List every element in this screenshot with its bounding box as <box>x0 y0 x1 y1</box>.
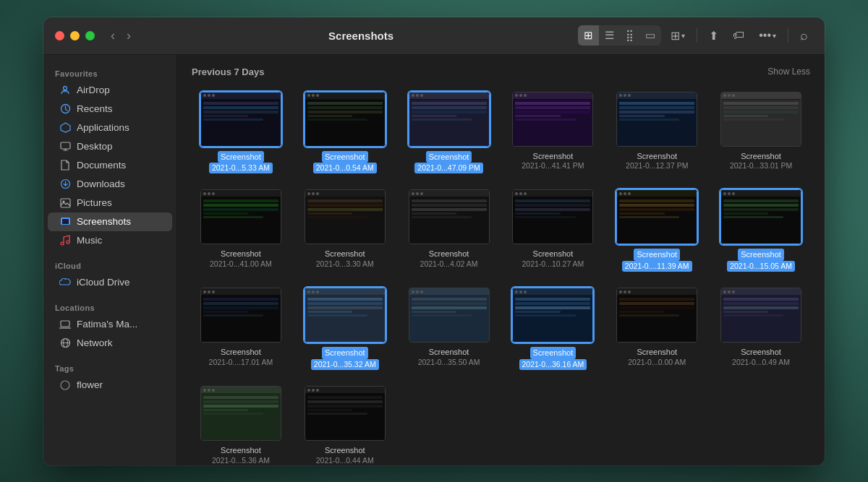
view-list-button[interactable]: ☰ <box>599 25 620 46</box>
locations-label: Locations <box>43 298 176 315</box>
sidebar-item-network[interactable]: Network <box>48 334 172 353</box>
svg-point-8 <box>61 242 64 245</box>
file-item[interactable]: Screenshot2021-0...35.50 AM <box>400 283 498 374</box>
clock-icon <box>59 103 71 115</box>
window-title: Screenshots <box>144 30 578 42</box>
file-label: Screenshot2021-0...35.50 AM <box>418 347 480 367</box>
share-button[interactable]: ⬆ <box>704 25 723 46</box>
file-date: 2021-0...5.33 AM <box>209 163 273 174</box>
sidebar-item-recents[interactable]: Recents <box>48 100 172 119</box>
file-item[interactable]: Screenshot2021-0...15.05 AM <box>712 185 810 276</box>
file-label: Screenshot2021-0...35.32 AM <box>305 347 386 370</box>
svg-rect-4 <box>61 199 70 207</box>
sidebar-item-music[interactable]: Music <box>48 231 172 250</box>
sidebar-item-screenshots[interactable]: Screenshots <box>48 212 172 231</box>
file-item[interactable]: Screenshot2021-0...4.02 AM <box>400 185 498 276</box>
file-item[interactable]: Screenshot2021-0...12.37 PM <box>608 87 706 178</box>
file-date: 2021-0...15.05 AM <box>727 261 795 272</box>
file-item[interactable]: Screenshot2021-0...10.27 AM <box>503 185 602 276</box>
file-name: Screenshot <box>322 151 368 163</box>
thumbnail <box>305 92 386 147</box>
minimize-button[interactable] <box>70 31 80 40</box>
file-item[interactable]: Screenshot2021-0...41.00 AM <box>192 185 290 276</box>
thumbnail <box>616 92 697 147</box>
file-item[interactable]: Screenshot2021-0...5.36 AM <box>192 382 290 465</box>
thumbnail <box>200 92 281 147</box>
view-gallery-button[interactable]: ▭ <box>639 25 661 46</box>
content-area: Favourites AirDrop Recents Applications <box>43 55 825 465</box>
file-label: Screenshot2021-0....11.39 AM <box>616 249 697 272</box>
svg-rect-2 <box>61 142 70 149</box>
sidebar-item-documents[interactable]: Documents <box>48 156 172 175</box>
file-item[interactable]: Screenshot2021-0...47.09 PM <box>400 87 498 178</box>
file-item[interactable]: Screenshot2021-0...33.01 PM <box>712 87 810 178</box>
title-bar: ‹ › Screenshots ⊞ ☰ ⣿ ▭ ⊞ ▾ ⬆ 🏷 ••• <box>43 17 825 55</box>
file-name: Screenshot <box>530 347 576 358</box>
view-more-button[interactable]: ⊞ ▾ <box>665 25 690 46</box>
sidebar-item-pictures[interactable]: Pictures <box>48 194 172 212</box>
music-icon <box>59 235 71 246</box>
file-date: 2021-0...0.44 AM <box>316 456 374 465</box>
tag-button[interactable]: 🏷 <box>728 25 749 46</box>
sidebar-item-label: Desktop <box>77 141 113 152</box>
file-date: 2021-0...3.30 AM <box>316 259 374 270</box>
search-button[interactable]: ⌕ <box>795 25 813 47</box>
file-name: Screenshot <box>626 151 688 161</box>
sidebar-item-airdrop[interactable]: AirDrop <box>48 81 172 100</box>
file-label: Screenshot2021-0...3.30 AM <box>316 249 374 269</box>
file-item[interactable]: Screenshot2021-0...0.44 AM <box>296 382 394 465</box>
file-name: Screenshot <box>316 445 374 455</box>
tag-circle-icon <box>59 379 71 391</box>
search-icon: ⌕ <box>800 28 808 43</box>
file-label: Screenshot2021-0....17.01 AM <box>209 347 273 367</box>
view-columns-button[interactable]: ⣿ <box>620 25 639 46</box>
thumbnail <box>200 386 281 441</box>
forward-button[interactable]: › <box>122 25 135 46</box>
file-label: Screenshot2021-0...5.33 AM <box>200 151 281 174</box>
file-name: Screenshot <box>322 347 368 358</box>
file-item[interactable]: Screenshot2021-0...3.30 AM <box>296 185 394 276</box>
sidebar-item-icloud-drive[interactable]: iCloud Drive <box>48 273 172 292</box>
file-item[interactable]: Screenshot2021-0...36.16 AM <box>503 283 602 374</box>
file-date: 2021-0...5.36 AM <box>212 456 270 465</box>
more-button[interactable]: ••• ▾ <box>754 25 781 46</box>
file-date: 2021-0...35.32 AM <box>311 359 379 371</box>
sidebar-item-desktop[interactable]: Desktop <box>48 137 172 156</box>
downloads-icon <box>59 178 71 190</box>
back-button[interactable]: ‹ <box>106 25 119 46</box>
view-icons-button[interactable]: ⊞ <box>578 25 599 46</box>
file-item[interactable]: Screenshot2021-0....11.39 AM <box>608 185 706 276</box>
file-item[interactable]: Screenshot2021-0...35.32 AM <box>296 283 394 374</box>
file-item[interactable]: Screenshot2021-0....17.01 AM <box>192 283 290 374</box>
file-label: Screenshot2021-0...36.16 AM <box>512 347 593 370</box>
sidebar-item-flower-tag[interactable]: flower <box>48 376 172 395</box>
maximize-button[interactable] <box>85 31 95 40</box>
thumbnail <box>200 288 281 343</box>
thumbnail <box>616 288 697 343</box>
file-item[interactable]: Screenshot2021-0...0.00 AM <box>608 283 706 374</box>
toolbar-actions: ⊞ ☰ ⣿ ▭ ⊞ ▾ ⬆ 🏷 ••• ▾ ⌕ <box>578 25 813 47</box>
thumbnail <box>409 288 490 343</box>
sidebar-item-downloads[interactable]: Downloads <box>48 175 172 194</box>
screenshots-icon <box>59 216 71 228</box>
file-label: Screenshot2021-0...15.05 AM <box>720 249 801 272</box>
file-item[interactable]: Screenshot2021-0...0.54 AM <box>296 87 394 178</box>
show-less-button[interactable]: Show Less <box>767 66 810 77</box>
file-item[interactable]: Screenshot2021-0...0.49 AM <box>712 283 810 374</box>
sidebar-item-fatimas-mac[interactable]: Fatima's Ma... <box>48 315 172 334</box>
file-item[interactable]: Screenshot2021-0...41.41 PM <box>503 87 602 178</box>
file-name: Screenshot <box>420 249 478 259</box>
file-name: Screenshot <box>634 249 680 260</box>
close-button[interactable] <box>55 31 64 40</box>
file-date: 2021-0...12.37 PM <box>626 161 688 171</box>
file-name: Screenshot <box>209 347 273 357</box>
file-item[interactable]: Screenshot2021-0...5.33 AM <box>192 87 290 178</box>
share-icon: ⬆ <box>709 29 718 43</box>
file-date: 2021-0...0.00 AM <box>628 358 686 368</box>
file-label: Screenshot2021-0...0.44 AM <box>316 445 374 465</box>
sidebar-item-applications[interactable]: Applications <box>48 119 172 137</box>
sidebar: Favourites AirDrop Recents Applications <box>43 55 177 465</box>
sidebar-item-label: Screenshots <box>77 216 131 227</box>
documents-icon <box>59 160 71 171</box>
more-chevron: ▾ <box>773 32 776 40</box>
